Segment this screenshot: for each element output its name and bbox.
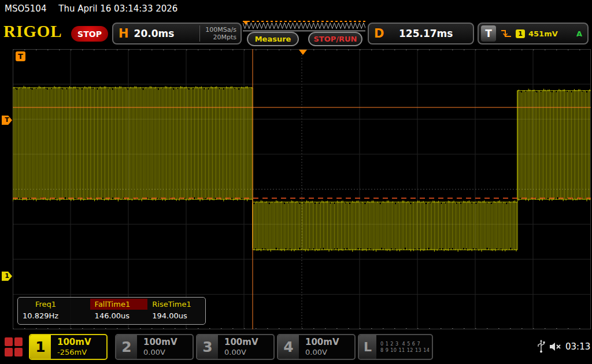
channel1-number: 1 <box>30 335 51 359</box>
trigger-position-marker[interactable] <box>299 50 307 55</box>
channel1-offset: -256mV <box>57 347 91 358</box>
horizontal-label: H <box>119 27 129 40</box>
usb-icon <box>537 340 545 354</box>
measurement-risetime[interactable]: RiseTime1 194.00us <box>147 299 205 322</box>
measurement-freq[interactable]: Freq1 10.829Hz <box>18 299 90 322</box>
run-state-badge: STOP <box>71 26 108 42</box>
measurement-name: FallTime1 <box>90 299 148 310</box>
channel4-values: 100mV 0.00V <box>299 337 339 358</box>
measurement-name: RiseTime1 <box>147 299 205 310</box>
channel2-number: 2 <box>116 335 137 359</box>
channel3-box[interactable]: 3 100mV 0.00V <box>196 334 275 360</box>
trigger-panel[interactable]: T 1 451mV A <box>478 23 589 44</box>
measurement-name: Freq1 <box>18 299 90 310</box>
record-preview-strip[interactable] <box>243 21 365 31</box>
measurement-results-panel[interactable]: Freq1 10.829Hz FallTime1 146.00us RiseTi… <box>17 297 206 325</box>
menu-button[interactable] <box>5 337 23 356</box>
waveform-display[interactable]: T <box>13 49 591 329</box>
record-preview-waveform <box>243 21 365 31</box>
menu-grid-square <box>14 337 23 346</box>
datetime-text: Thu April 16 03:14:33 2026 <box>58 3 177 14</box>
measurement-falltime[interactable]: FallTime1 146.00us <box>90 299 148 322</box>
channel4-offset: 0.00V <box>305 347 339 358</box>
channel3-values: 100mV 0.00V <box>218 337 258 358</box>
logic-channel-numbers: 0 1 2 3 4 5 6 7 8 9 10 11 12 13 14 15 <box>376 341 433 354</box>
channel2-box[interactable]: 2 100mV 0.00V <box>115 334 194 360</box>
trigger-corner-badge: T <box>16 51 25 61</box>
measurement-value: 194.00us <box>147 310 205 322</box>
oscilloscope-screen: MSO5104 Thu April 16 03:14:33 2026 RIGOL… <box>0 0 592 364</box>
timebase-value: 20.0ms <box>134 28 175 39</box>
channel1-scale: 100mV <box>57 337 91 347</box>
logic-label: L <box>359 335 376 359</box>
titlebar: MSO5104 Thu April 16 03:14:33 2026 <box>0 0 592 17</box>
trigger-slope-icon <box>501 28 512 39</box>
memory-depth: 20Mpts <box>205 34 236 41</box>
clock-text: 03:13 <box>565 341 590 352</box>
channel1-box[interactable]: 1 100mV -256mV <box>29 334 108 360</box>
menu-grid-square <box>14 348 23 356</box>
menu-grid-square <box>5 337 13 346</box>
stop-run-button[interactable]: STOP/RUN <box>308 32 362 46</box>
delay-value: 125.17ms <box>399 28 463 39</box>
channel2-scale: 100mV <box>143 337 177 347</box>
trigger-level-marker[interactable]: T <box>2 116 12 125</box>
model-name: MSO5104 <box>5 3 46 14</box>
delay-label: D <box>374 27 384 40</box>
speaker-mute-icon[interactable] <box>549 341 563 352</box>
rigol-logo: RIGOL <box>3 22 62 41</box>
channel3-number: 3 <box>197 335 218 359</box>
logic-row1: 0 1 2 3 4 5 6 7 <box>380 341 433 347</box>
trigger-level-value: 451mV <box>528 29 558 38</box>
channel3-offset: 0.00V <box>224 347 258 358</box>
sample-rate: 100MSa/s <box>205 26 236 34</box>
measure-button[interactable]: Measure <box>247 32 299 46</box>
channel2-values: 100mV 0.00V <box>137 337 177 358</box>
channel4-scale: 100mV <box>305 337 339 347</box>
channel3-scale: 100mV <box>224 337 258 347</box>
logic-row2: 8 9 10 11 12 13 14 15 <box>380 347 433 354</box>
trigger-sweep-mode: A <box>576 29 582 38</box>
menu-grid-square <box>5 348 13 356</box>
channel1-values: 100mV -256mV <box>51 337 91 358</box>
trigger-source-badge: 1 <box>516 29 525 38</box>
waveform-canvas <box>13 49 591 329</box>
channel2-offset: 0.00V <box>143 347 177 358</box>
delay-panel[interactable]: D 125.17ms <box>368 23 474 44</box>
horizontal-timebase-panel[interactable]: H 20.0ms 100MSa/s 20Mpts <box>112 23 242 44</box>
logic-analyzer-box[interactable]: L 0 1 2 3 4 5 6 7 8 9 10 11 12 13 14 15 <box>358 334 433 360</box>
measurement-value: 10.829Hz <box>18 310 90 322</box>
channel4-box[interactable]: 4 100mV 0.00V <box>277 334 356 360</box>
trigger-label: T <box>481 25 496 42</box>
acquisition-info: 100MSa/s 20Mpts <box>199 25 240 42</box>
measurement-value: 146.00us <box>90 310 148 322</box>
channel1-offset-marker[interactable]: 1 <box>2 272 12 281</box>
channel4-number: 4 <box>278 335 299 359</box>
